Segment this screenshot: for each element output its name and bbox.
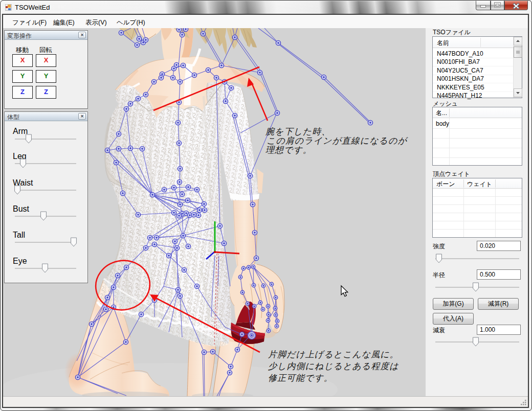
svg-text:修正可能です。: 修正可能です。 <box>268 373 333 383</box>
svg-text:理想です。: 理想です。 <box>265 145 312 155</box>
svg-text:腕を下した時、: 腕を下した時、 <box>265 127 330 136</box>
svg-text:片脚だけ上げるとこんな風に。: 片脚だけ上げるとこんな風に。 <box>268 350 399 359</box>
svg-text:この肩のラインが直線になるのが: この肩のラインが直線になるのが <box>267 136 408 146</box>
svg-text:少し内側にねじるとある程度は: 少し内側にねじるとある程度は <box>268 361 399 371</box>
